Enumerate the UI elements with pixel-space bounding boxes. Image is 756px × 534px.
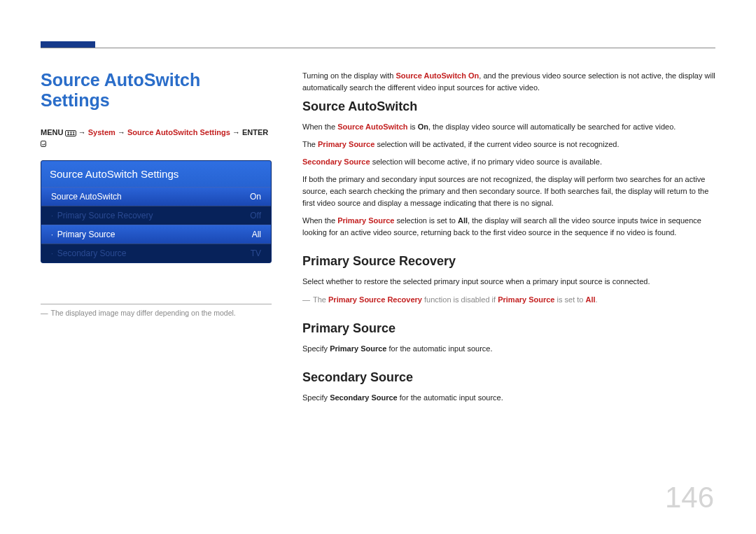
note-line: ―The Primary Source Recovery function is…: [302, 294, 715, 306]
body-text: Select whether to restore the selected p…: [302, 276, 715, 288]
osd-panel: Source AutoSwitch Settings Source AutoSw…: [41, 160, 272, 263]
term-highlight: Primary Source: [498, 295, 554, 304]
breadcrumb: MENU III → System → Source AutoSwitch Se…: [41, 127, 272, 149]
osd-row-secondary-source: ·Secondary Source TV: [41, 244, 271, 262]
osd-row-value: All: [252, 230, 261, 239]
osd-row-source-autoswitch[interactable]: Source AutoSwitch On: [41, 187, 271, 206]
footnote-text: The displayed image may differ depending…: [51, 309, 236, 317]
term-highlight: All: [586, 295, 596, 304]
term-highlight: Primary Source Recovery: [328, 295, 422, 304]
arrow-icon: →: [118, 128, 125, 136]
heading-primary-source: Primary Source: [302, 321, 715, 336]
term-highlight: Source AutoSwitch: [337, 122, 407, 131]
heading-source-autoswitch: Source AutoSwitch: [302, 99, 715, 114]
heading-primary-recovery: Primary Source Recovery: [302, 254, 715, 269]
osd-row-primary-source[interactable]: ·Primary Source All: [41, 225, 271, 244]
breadcrumb-enter: ENTER: [242, 128, 268, 136]
intro-paragraph: Turning on the display with Source AutoS…: [302, 70, 715, 94]
dash-icon: ―: [302, 295, 310, 304]
breadcrumb-menu: MENU: [41, 128, 63, 136]
header-rule: [41, 48, 715, 48]
osd-title: Source AutoSwitch Settings: [41, 161, 271, 187]
term-highlight: Primary Source: [337, 216, 394, 225]
osd-row-label: Source AutoSwitch: [51, 192, 122, 202]
footnote: ―The displayed image may differ dependin…: [41, 309, 272, 317]
page-title: Source AutoSwitch Settings: [41, 70, 272, 111]
term-highlight: Source AutoSwitch On: [396, 71, 479, 80]
bullet-icon: ·: [51, 250, 53, 258]
body-text: When the Primary Source selection is set…: [302, 215, 715, 239]
osd-row-label: Secondary Source: [57, 248, 127, 258]
footnote-rule: [41, 304, 272, 304]
breadcrumb-system: System: [88, 128, 115, 136]
heading-secondary-source: Secondary Source: [302, 370, 715, 385]
term-highlight: Secondary Source: [302, 157, 370, 166]
arrow-icon: →: [78, 128, 86, 136]
body-text: If both the primary and secondary input …: [302, 174, 715, 209]
osd-body: Source AutoSwitch On ·Primary Source Rec…: [41, 187, 271, 262]
osd-row-value: TV: [251, 248, 261, 258]
bullet-icon: ·: [51, 231, 53, 239]
arrow-icon: →: [232, 128, 240, 136]
body-text: When the Source AutoSwitch is On, the di…: [302, 121, 715, 133]
osd-row-value: Off: [250, 211, 261, 220]
osd-row-label: Primary Source: [57, 230, 115, 239]
body-text: Secondary Source selection will become a…: [302, 156, 715, 168]
bullet-icon: ·: [51, 212, 53, 220]
dash-icon: ―: [41, 309, 48, 317]
left-column: Source AutoSwitch Settings MENU III → Sy…: [41, 70, 272, 409]
menu-icon: III: [65, 130, 76, 136]
term-highlight: Primary Source: [318, 140, 374, 148]
body-text: Specify Secondary Source for the automat…: [302, 392, 715, 404]
osd-row-value: On: [250, 192, 261, 202]
osd-row-label: Primary Source Recovery: [57, 211, 153, 220]
body-text: Specify Primary Source for the automatic…: [302, 343, 715, 355]
page-number: 146: [665, 481, 714, 514]
body-text: The Primary Source selection will be act…: [302, 139, 715, 150]
osd-row-primary-recovery: ·Primary Source Recovery Off: [41, 206, 271, 225]
breadcrumb-page: Source AutoSwitch Settings: [127, 128, 230, 136]
right-column: Turning on the display with Source AutoS…: [302, 70, 715, 409]
enter-icon: ↵: [41, 141, 46, 147]
